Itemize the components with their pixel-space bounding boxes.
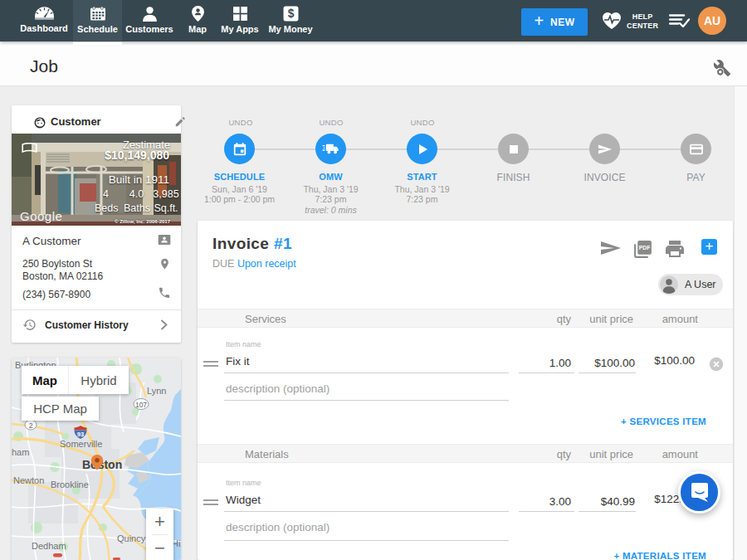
svg-text:Lynn: Lynn <box>147 386 166 396</box>
svg-text:107: 107 <box>135 401 147 409</box>
svg-text:2: 2 <box>29 421 33 430</box>
svg-text:$: $ <box>287 7 294 20</box>
svg-text:Quincy: Quincy <box>117 533 146 543</box>
svg-text:Dedham: Dedham <box>32 541 66 551</box>
svg-text:ham: ham <box>12 447 29 457</box>
svg-text:93: 93 <box>77 431 84 438</box>
svg-text:Newton: Newton <box>13 475 44 485</box>
svg-text:PDF: PDF <box>639 245 651 251</box>
svg-text:Somerville: Somerville <box>60 439 102 449</box>
svg-text:Brookline: Brookline <box>51 480 89 489</box>
